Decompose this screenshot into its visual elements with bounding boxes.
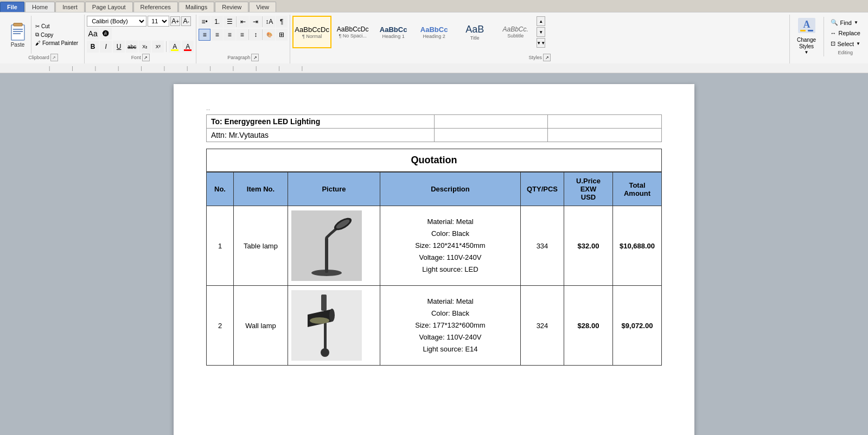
find-dropdown-icon: ▼ [854, 20, 858, 25]
show-marks-button[interactable]: ¶ [276, 16, 288, 28]
style-heading2-label: Heading 2 [423, 34, 445, 39]
copy-button[interactable]: ⧉ Copy [34, 31, 80, 39]
row2-desc: Material: Metal Color: Black Size: 177*1… [380, 286, 521, 366]
svg-point-19 [310, 317, 329, 324]
col-desc: Description [380, 172, 521, 206]
change-styles-button[interactable]: A ChangeStyles ▼ [792, 17, 821, 54]
find-button[interactable]: 🔍 Find ▼ [828, 18, 863, 27]
paste-button[interactable]: Paste [4, 16, 31, 54]
change-styles-label: ChangeStyles [797, 37, 816, 50]
col-picture: Picture [288, 172, 380, 206]
justify-button[interactable]: ≡ [236, 29, 248, 41]
svg-rect-1 [11, 25, 24, 40]
select-label: Select [838, 41, 854, 47]
copy-icon: ⧉ [35, 31, 39, 38]
increase-font-size-button[interactable]: A+ [170, 16, 180, 26]
align-left-button[interactable]: ≡ [199, 29, 210, 41]
style-normal[interactable]: AaBbCcDc ¶ Normal [292, 16, 331, 48]
svg-point-20 [321, 348, 329, 357]
borders-button[interactable]: ⊞ [276, 29, 288, 41]
align-center-button[interactable]: ≡ [211, 29, 223, 41]
tab-view[interactable]: View [249, 2, 276, 12]
tab-insert[interactable]: Insert [55, 2, 85, 12]
style-heading2-preview: AaBbCc [420, 25, 448, 34]
style-subtitle-label: Subtitle [507, 33, 524, 39]
font-color-button[interactable]: A [182, 41, 194, 53]
style-no-spacing-label: ¶ No Spaci... [339, 33, 366, 39]
cut-icon: ✂ [35, 23, 40, 29]
styles-dialog-launcher[interactable]: ↗ [543, 54, 551, 61]
style-heading2[interactable]: AaBbCc Heading 2 [414, 16, 454, 48]
row2-qty: 324 [521, 286, 564, 366]
styles-scroll-down[interactable]: ▼ [537, 27, 545, 37]
decrease-font-size-button[interactable]: A- [181, 16, 191, 26]
subscript-button[interactable]: X₂ [139, 41, 151, 53]
highlight-color-button[interactable]: A [169, 41, 181, 53]
style-title-preview: AaB [465, 24, 484, 35]
row2-picture [288, 286, 380, 366]
bullets-button[interactable]: ≡• [199, 16, 210, 28]
svg-rect-16 [321, 295, 327, 311]
find-label: Find [840, 20, 852, 26]
editing-group-label: Editing [828, 50, 863, 55]
tab-home[interactable]: Home [25, 2, 55, 12]
to-cell: To: Energygreen LED Lighting [207, 115, 435, 129]
styles-scroll-up[interactable]: ▲ [537, 16, 545, 26]
increase-indent-button[interactable]: ⇥ [250, 16, 261, 28]
table-row: 2 Wall lamp [207, 286, 662, 366]
line-spacing-button[interactable]: ↕ [250, 29, 261, 41]
decrease-indent-button[interactable]: ⇤ [237, 16, 249, 28]
align-right-button[interactable]: ≡ [224, 29, 235, 41]
styles-more[interactable]: ▼▼ [537, 38, 545, 48]
cut-button[interactable]: ✂ Cut [34, 23, 80, 30]
clear-format-button[interactable]: 🅐 [100, 28, 112, 40]
cursor-indicator: -- [206, 106, 662, 112]
tab-review[interactable]: Review [215, 2, 248, 12]
format-painter-button[interactable]: 🖌 Format Painter [34, 40, 80, 47]
italic-button[interactable]: I [100, 41, 112, 53]
superscript-button[interactable]: X² [152, 41, 164, 53]
change-styles-dropdown-icon: ▼ [805, 50, 809, 55]
style-no-spacing[interactable]: AaBbCcDc ¶ No Spaci... [333, 16, 372, 48]
wall-lamp-image [291, 290, 362, 361]
table-lamp-image [291, 210, 362, 281]
col-qty: QTY/PCS [521, 172, 564, 206]
row1-desc: Material: Metal Color: Black Size: 120*2… [380, 206, 521, 286]
clipboard-group: Paste ✂ Cut ⧉ Copy 🖌 Format Painter Clip… [2, 15, 85, 63]
style-subtitle[interactable]: AaBbCc. Subtitle [496, 16, 535, 48]
font-row3: B I U abc X₂ X² A A [87, 41, 194, 53]
row2-uprice: $28.00 [564, 286, 613, 366]
tab-mailings[interactable]: Mailings [178, 2, 214, 12]
strikethrough-button[interactable]: abc [126, 41, 138, 53]
select-dropdown-icon: ▼ [856, 41, 860, 46]
multilevel-button[interactable]: ☰ [224, 16, 235, 28]
tab-file[interactable]: File [0, 2, 24, 12]
quotation-table: No. Item No. Picture Description QTY/PCS… [206, 172, 662, 366]
tab-page-layout[interactable]: Page Layout [85, 2, 133, 12]
paragraph-dialog-launcher[interactable]: ↗ [251, 54, 259, 61]
sort-button[interactable]: ↕A [263, 16, 275, 28]
replace-button[interactable]: ↔ Replace [828, 29, 863, 37]
select-button[interactable]: ⊡ Select ▼ [828, 39, 863, 48]
svg-rect-5 [13, 33, 21, 34]
col-item: Item No. [234, 172, 288, 206]
replace-icon: ↔ [831, 30, 837, 36]
col-total: TotalAmount [613, 172, 662, 206]
numbering-button[interactable]: 1. [211, 16, 223, 28]
bold-button[interactable]: B [87, 41, 99, 53]
tab-references[interactable]: References [133, 2, 178, 12]
style-heading1[interactable]: AaBbCc Heading 1 [374, 16, 413, 48]
shading-button[interactable]: 🎨 [263, 29, 275, 41]
font-name-select[interactable]: Calibri (Body) [87, 16, 146, 27]
font-size-select[interactable]: 11 [148, 16, 169, 27]
clipboard-dialog-launcher[interactable]: ↗ [50, 54, 58, 61]
styles-scroll: ▲ ▼ ▼▼ [537, 16, 545, 48]
para-row2: ≡ ≡ ≡ ≡ ↕ 🎨 ⊞ [199, 29, 288, 41]
underline-button[interactable]: U [113, 41, 125, 53]
paragraph-group: ≡• 1. ☰ ⇤ ⇥ ↕A ¶ ≡ ≡ ≡ ≡ ↕ 🎨 ⊞ Paragraph… [196, 15, 290, 63]
style-title-label: Title [470, 35, 480, 41]
change-case-button[interactable]: Aa [87, 28, 99, 40]
font-dialog-launcher[interactable]: ↗ [142, 54, 150, 61]
style-title[interactable]: AaB Title [455, 16, 494, 48]
styles-gallery: AaBbCcDc ¶ Normal AaBbCcDc ¶ No Spaci...… [292, 16, 787, 48]
